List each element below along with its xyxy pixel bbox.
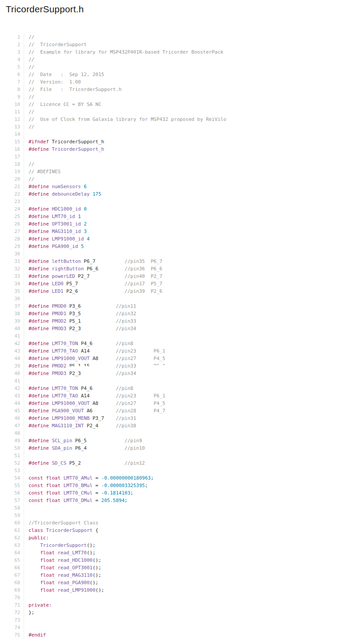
line-number[interactable]: 58 bbox=[0, 504, 24, 512]
line-number[interactable]: 39 bbox=[0, 317, 24, 325]
line-number[interactable]: 2 bbox=[0, 41, 24, 48]
line-number[interactable]: 60 bbox=[0, 519, 24, 527]
line-number[interactable]: 39 bbox=[0, 362, 24, 370]
line-number[interactable]: 17 bbox=[0, 153, 24, 160]
line-number[interactable]: 16 bbox=[0, 146, 24, 153]
line-number[interactable]: 64 bbox=[0, 549, 24, 557]
line-number[interactable]: 42 bbox=[0, 340, 24, 347]
line-number[interactable]: 24 bbox=[0, 205, 24, 213]
code-text: #define PMOD0 P3_6 //pin11 bbox=[24, 302, 136, 310]
line-number[interactable]: 7 bbox=[0, 78, 24, 86]
line-number[interactable]: 69 bbox=[0, 586, 24, 594]
line-number[interactable]: 29 bbox=[0, 243, 24, 250]
line-number[interactable]: 46 bbox=[0, 415, 24, 422]
code-text: float read_HDC1000(); bbox=[24, 557, 101, 564]
line-number[interactable]: 21 bbox=[0, 183, 24, 190]
line-number[interactable]: 71 bbox=[0, 601, 24, 609]
line-number[interactable]: 4 bbox=[0, 56, 24, 63]
line-number[interactable]: 14 bbox=[0, 131, 24, 138]
line-number[interactable]: 45 bbox=[0, 407, 24, 415]
code-token: 1 bbox=[78, 214, 81, 219]
line-number[interactable]: 23 bbox=[0, 198, 24, 205]
line-number[interactable]: 68 bbox=[0, 579, 24, 586]
line-number[interactable]: 62 bbox=[0, 534, 24, 542]
code-line: 74 bbox=[0, 624, 339, 631]
line-number[interactable]: 9 bbox=[0, 93, 24, 101]
line-number[interactable]: 30 bbox=[0, 250, 24, 258]
line-number[interactable]: 44 bbox=[0, 400, 24, 407]
line-number[interactable]: 65 bbox=[0, 557, 24, 564]
line-number[interactable]: 40 bbox=[0, 370, 24, 377]
line-number[interactable]: 51 bbox=[0, 452, 24, 459]
line-number[interactable]: 25 bbox=[0, 213, 24, 220]
code-token: PMOD3 bbox=[52, 326, 66, 331]
line-number[interactable]: 49 bbox=[0, 437, 24, 444]
code-token bbox=[81, 221, 84, 227]
code-text: #define HDC1000_id 0 bbox=[24, 205, 87, 213]
code-text: // bbox=[24, 175, 34, 183]
line-number[interactable]: 57 bbox=[0, 497, 24, 504]
line-number[interactable]: 42 bbox=[0, 385, 24, 392]
code-line: 70 bbox=[0, 594, 339, 601]
code-text: //TricorderSupport Class bbox=[24, 519, 98, 527]
line-number[interactable]: 33 bbox=[0, 273, 24, 280]
line-number[interactable]: 37 bbox=[0, 302, 24, 310]
line-number[interactable]: 67 bbox=[0, 571, 24, 579]
line-number[interactable]: 6 bbox=[0, 71, 24, 78]
code-token bbox=[49, 229, 52, 234]
line-number[interactable]: 35 bbox=[0, 287, 24, 295]
line-number[interactable]: 3 bbox=[0, 48, 24, 56]
line-number[interactable]: 70 bbox=[0, 594, 24, 601]
line-number[interactable]: 75 bbox=[0, 631, 24, 639]
line-number[interactable]: 36 bbox=[0, 295, 24, 302]
line-number[interactable]: 26 bbox=[0, 220, 24, 228]
line-number[interactable]: 5 bbox=[0, 63, 24, 71]
line-number[interactable]: 53 bbox=[0, 467, 24, 474]
code-text: #define LMT70_id 1 bbox=[24, 213, 81, 220]
line-number[interactable]: 41 bbox=[0, 377, 24, 385]
line-number[interactable]: 19 bbox=[0, 168, 24, 175]
line-number[interactable]: 1 bbox=[0, 33, 24, 41]
line-number[interactable]: 43 bbox=[0, 347, 24, 355]
line-number[interactable]: 27 bbox=[0, 228, 24, 235]
code-text: // bbox=[24, 63, 34, 71]
code-token: LED0 bbox=[52, 281, 64, 287]
line-number[interactable]: 73 bbox=[0, 616, 24, 624]
line-number[interactable]: 31 bbox=[0, 258, 24, 265]
line-number[interactable]: 56 bbox=[0, 489, 24, 497]
code-token: #define bbox=[29, 326, 49, 331]
line-number[interactable]: 41 bbox=[0, 332, 24, 340]
line-number[interactable]: 15 bbox=[0, 138, 24, 146]
line-number[interactable]: 74 bbox=[0, 624, 24, 631]
line-number[interactable]: 72 bbox=[0, 609, 24, 616]
line-number[interactable]: 13 bbox=[0, 123, 24, 131]
line-number[interactable]: 38 bbox=[0, 310, 24, 317]
line-number[interactable]: 28 bbox=[0, 235, 24, 243]
line-number[interactable]: 32 bbox=[0, 265, 24, 273]
code-token: const float bbox=[29, 490, 61, 496]
line-number[interactable]: 52 bbox=[0, 459, 24, 467]
line-number[interactable]: 44 bbox=[0, 355, 24, 362]
code-token bbox=[49, 393, 52, 399]
line-number[interactable]: 22 bbox=[0, 190, 24, 198]
code-token: float bbox=[40, 580, 55, 586]
line-number[interactable]: 43 bbox=[0, 392, 24, 400]
line-number[interactable]: 54 bbox=[0, 474, 24, 482]
line-number[interactable]: 10 bbox=[0, 101, 24, 108]
line-number[interactable]: 20 bbox=[0, 175, 24, 183]
line-number[interactable]: 63 bbox=[0, 542, 24, 549]
line-number[interactable]: 8 bbox=[0, 86, 24, 93]
line-number[interactable]: 34 bbox=[0, 280, 24, 287]
line-number[interactable]: 18 bbox=[0, 160, 24, 168]
line-number[interactable]: 59 bbox=[0, 512, 24, 519]
code-token: //pin36 P6_6 bbox=[125, 266, 162, 272]
line-number[interactable]: 12 bbox=[0, 116, 24, 123]
line-number[interactable]: 50 bbox=[0, 444, 24, 452]
line-number[interactable]: 40 bbox=[0, 325, 24, 332]
line-number[interactable]: 47 bbox=[0, 422, 24, 429]
line-number[interactable]: 55 bbox=[0, 482, 24, 489]
line-number[interactable]: 61 bbox=[0, 527, 24, 534]
line-number[interactable]: 66 bbox=[0, 564, 24, 571]
line-number[interactable]: 11 bbox=[0, 108, 24, 116]
line-number[interactable]: 48 bbox=[0, 429, 24, 437]
